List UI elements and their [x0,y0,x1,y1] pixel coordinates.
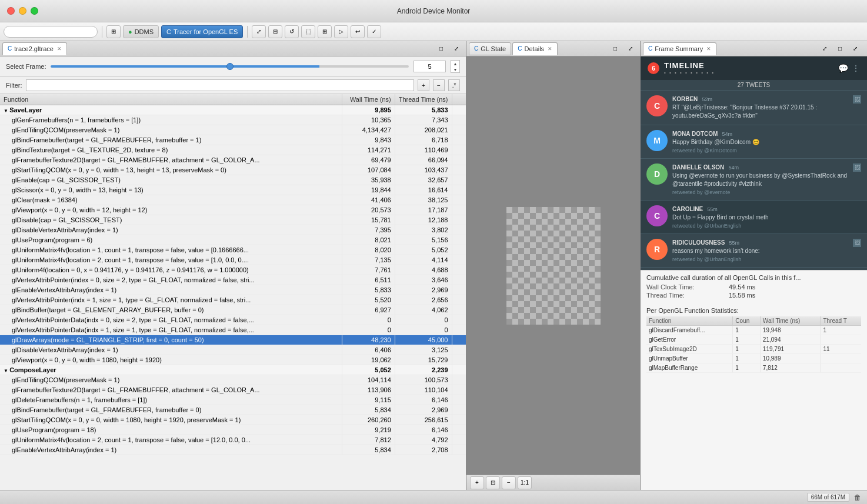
stats-section: Cumulative call duration of all OpenGL C… [641,270,867,303]
table-row[interactable]: glEndTilingQCOM(preserveMask = 1) 104,11… [0,375,466,385]
frame-summary-close[interactable]: ✕ [706,46,711,52]
table-row[interactable]: glDisableVertexAttribArray(index = 1) 7,… [0,225,466,235]
zoom-in-btn[interactable]: + [470,476,484,489]
row-name: ComposeLayer [9,366,56,373]
table-row[interactable]: glUniformMatrix4fv(location = 2, count =… [0,255,466,265]
right-btn-3[interactable]: ⤢ [848,42,862,55]
maximize-button[interactable] [31,7,38,15]
table-row[interactable]: glDisable(cap = GL_SCISSOR_TEST) 15,781 … [0,215,466,225]
frame-stepper[interactable]: ▲ ▼ [451,60,460,73]
toolbar-btn-6[interactable]: ▷ [334,25,348,38]
table-row[interactable]: glVertexAttribPointerData(indx = 0, size… [0,315,466,325]
ddms-tab[interactable]: ● DDMS [123,25,159,38]
right-btn-1[interactable]: ⤢ [818,42,832,55]
right-btn-2[interactable]: □ [833,42,847,55]
table-row[interactable]: glUniformMatrix4fv(location = 1, count =… [0,245,466,255]
trash-icon[interactable]: 🗑 [853,493,862,502]
trace-tab[interactable]: C trace2.gltrace ✕ [2,42,67,55]
table-row[interactable]: glDrawArrays(mode = GL_TRIANGLE_STRIP, f… [0,335,466,345]
row-thread: 208,021 [395,125,452,135]
tweet-item[interactable]: C KORBEN 52m RT "@LeBjrTristesse: "Bonjo… [641,91,867,125]
frame-slider[interactable] [51,65,409,68]
zoom-actual-btn[interactable]: 1:1 [518,476,532,489]
table-row[interactable]: glUseProgram(program = 18) 9,219 6,146 [0,425,466,435]
timeline-menu-icon[interactable]: ⋮ [852,64,860,73]
filter-regex-btn[interactable]: .* [448,79,460,91]
table-row[interactable]: glEndTilingQCOM(preserveMask = 1) 4,134,… [0,125,466,135]
row-bar [452,265,466,275]
tweet-time: 54m [722,131,732,137]
func-stats-row[interactable]: glTexSubImage2D 1 119,791 11 [646,345,861,354]
func-stats-row[interactable]: glMapBufferRange 1 7,812 [646,363,861,373]
filter-add-btn[interactable]: + [418,79,429,91]
tweet-item[interactable]: R RIDICULOUSNESS 55m reasons my homework… [641,234,867,268]
table-row[interactable]: glVertexAttribPointerData(indx = 1, size… [0,325,466,335]
gl-state-tab[interactable]: C GL State [469,42,511,55]
tracer-tab[interactable]: C Tracer for OpenGL ES [161,25,243,38]
filter-remove-btn[interactable]: − [433,79,445,91]
toolbar-btn-1[interactable]: ⤢ [252,25,266,38]
table-row[interactable]: glEnableVertexAttribArray(index = 1) 5,8… [0,285,466,295]
toolbar-btn-4[interactable]: ⬚ [301,25,315,38]
frame-summary-tab[interactable]: C Frame Summary ✕ [643,42,716,55]
row-wall: 107,084 [342,165,395,175]
toolbar-btn-7[interactable]: ↩ [351,25,365,38]
table-row[interactable]: glUniformMatrix4fv(location = 2, count =… [0,435,466,445]
table-row[interactable]: glStartTilingQCOM(x = 0, y = 0, width = … [0,415,466,425]
toolbar-btn-8[interactable]: ✓ [367,25,381,38]
left-panel-btn-2[interactable]: ⤢ [449,42,463,55]
tweet-item[interactable]: D DANIELLE OLSON 54m Using @evernote to … [641,159,867,201]
table-row[interactable]: ▼ ComposeLayer 5,052 2,239 [0,365,466,375]
table-row[interactable]: glFramebufferTexture2D(target = GL_FRAME… [0,155,466,165]
frame-up-btn[interactable]: ▲ [451,61,459,66]
middle-btn-1[interactable]: □ [608,42,622,55]
tweet-item[interactable]: C CAROLINE 55m Dot Up = Flappy Bird on c… [641,201,867,234]
table-row[interactable]: glVertexAttribPointer(indx = 1, size = 1… [0,295,466,305]
table-row[interactable]: glScissor(x = 0, y = 0, width = 13, heig… [0,185,466,195]
left-panel-btn-1[interactable]: □ [434,42,448,55]
toolbar-btn-2[interactable]: ⊟ [268,25,282,38]
row-bar [452,225,466,235]
table-row[interactable]: glViewport(x = 0, y = 0, width = 1080, h… [0,355,466,365]
perspective-btn[interactable]: ⊞ [106,25,121,38]
table-row[interactable]: glUseProgram(program = 6) 8,021 5,156 [0,235,466,245]
table-row[interactable]: glVertexAttribPointer(index = 0, size = … [0,275,466,285]
minimize-button[interactable] [19,7,26,15]
func-stats-row[interactable]: glGetError 1 21,094 [646,335,861,345]
tweet-item[interactable]: M MONA DOTCOM 54m Happy Birthday @KimDot… [641,125,867,159]
toolbar-btn-5[interactable]: ⊞ [318,25,332,38]
zoom-out-btn[interactable]: − [502,476,516,489]
table-row[interactable]: glBindFramebuffer(target = GL_FRAMEBUFFE… [0,135,466,145]
table-row[interactable]: glClear(mask = 16384) 41,406 38,125 [0,195,466,205]
table-row[interactable]: glDeleteFramebuffers(n = 1, framebuffers… [0,395,466,405]
middle-btn-2[interactable]: ⤢ [623,42,638,55]
func-stats-row[interactable]: glDiscardFramebuff... 1 19,948 1 [646,326,861,335]
trace-tab-close[interactable]: ✕ [57,46,62,52]
timeline-message-icon[interactable]: 💬 [838,64,848,73]
row-wall: 9,219 [342,425,395,435]
toolbar-btn-3[interactable]: ↺ [285,25,299,38]
table-row[interactable]: glUniform4f(location = 0, x = 0.941176, … [0,265,466,275]
table-row[interactable]: glViewport(x = 0, y = 0, width = 12, hei… [0,205,466,215]
toolbar-search-input[interactable] [4,26,98,38]
func-stats-row[interactable]: glUnmapBuffer 1 10,989 [646,354,861,363]
details-tab[interactable]: C Details ✕ [512,42,558,55]
table-row[interactable]: glBindTexture(target = GL_TEXTURE_2D, te… [0,145,466,155]
table-row[interactable]: glBindFramebuffer(target = GL_FRAMEBUFFE… [0,405,466,415]
row-wall: 10,365 [342,115,395,125]
row-name: glEnableVertexAttribArray(index = 1) [12,286,116,293]
table-row[interactable]: glStartTilingQCOM(x = 0, y = 0, width = … [0,165,466,175]
table-row[interactable]: glFramebufferTexture2D(target = GL_FRAME… [0,385,466,395]
close-button[interactable] [7,7,15,15]
frame-down-btn[interactable]: ▼ [451,66,459,72]
filter-input[interactable] [26,79,415,91]
table-row[interactable]: ▼ SaveLayer 9,895 5,833 [0,105,466,115]
right-tab-bar: C Frame Summary ✕ ⤢ □ ⤢ [641,41,867,56]
zoom-fit-btn[interactable]: ⊡ [486,476,500,489]
table-row[interactable]: glEnableVertexAttribArray(index = 1) 5,8… [0,445,466,455]
table-row[interactable]: glGenFramebuffers(n = 1, framebuffers = … [0,115,466,125]
table-row[interactable]: glEnable(cap = GL_SCISSOR_TEST) 35,938 3… [0,175,466,185]
details-tab-close[interactable]: ✕ [548,46,552,52]
table-row[interactable]: glDisableVertexAttribArray(index = 1) 6,… [0,345,466,355]
table-row[interactable]: glBindBuffer(target = GL_ELEMENT_ARRAY_B… [0,305,466,315]
